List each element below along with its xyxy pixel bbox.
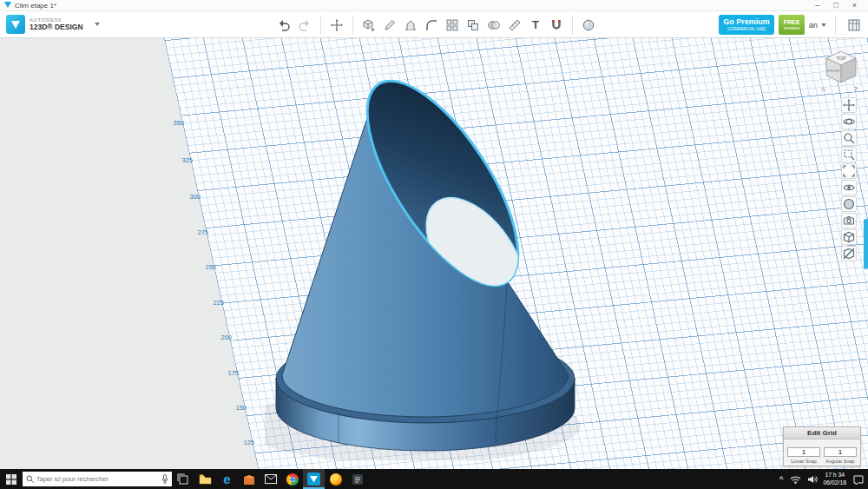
pan-icon[interactable] [841, 97, 857, 113]
text-tool-icon[interactable]: T [526, 16, 545, 35]
linear-snap-label: Linear Snap [787, 459, 820, 464]
shading-icon[interactable] [841, 196, 857, 212]
combine-icon[interactable] [484, 16, 503, 35]
pattern-icon[interactable] [443, 16, 462, 35]
grouping-icon[interactable] [464, 16, 483, 35]
taskbar-apps: e [194, 469, 368, 489]
edge-icon[interactable]: e [216, 469, 238, 489]
section-icon[interactable] [841, 246, 857, 261]
account-name: an [809, 21, 818, 30]
minimize-icon[interactable]: – [815, 2, 819, 10]
grid-axis-label: 350 [165, 119, 184, 127]
toolbar-separator [320, 16, 321, 35]
grid-axis-label: 300 [181, 193, 201, 201]
app-menu-button[interactable]: AUTODESK 123D® DESIGN [6, 15, 100, 34]
clock-time: 17 h 34 [824, 472, 846, 479]
modify-icon[interactable] [422, 16, 441, 35]
network-icon[interactable] [790, 475, 801, 484]
app-logo-small-icon [4, 2, 11, 9]
scrollbar-thumb[interactable] [864, 219, 868, 269]
undo-icon[interactable] [274, 16, 293, 35]
task-view-icon[interactable] [172, 469, 193, 489]
primitives-icon[interactable] [359, 16, 378, 35]
redo-icon[interactable] [295, 16, 314, 35]
viewport-3d[interactable]: 350 325 300 275 250 225 200 175 150 125 [0, 38, 868, 469]
toolbar-tools: T [274, 11, 598, 38]
taskbar: e ^ 17 h 34 06/02/18 [0, 469, 868, 489]
angular-snap-cell: Angular Snap [824, 442, 857, 464]
start-button[interactable] [0, 469, 23, 489]
linear-snap-input[interactable] [787, 447, 820, 457]
grid-axis-label: 150 [227, 404, 247, 412]
search-icon [26, 475, 34, 483]
help-icon[interactable]: ? [854, 86, 858, 93]
volume-icon[interactable] [807, 475, 818, 484]
app-icon-box[interactable] [238, 469, 260, 489]
fit-view-icon[interactable] [841, 163, 857, 179]
grid-axis-label: 250 [197, 263, 216, 271]
window-controls: – □ × [815, 2, 864, 10]
material-icon[interactable] [579, 16, 598, 35]
maximize-icon[interactable]: □ [833, 2, 838, 10]
viewcube-front-label[interactable]: FRONT [827, 69, 840, 73]
transform-icon[interactable] [327, 16, 346, 35]
grid-axis-label: 175 [220, 369, 239, 377]
sketch-icon[interactable] [380, 16, 399, 35]
model-3d-cone[interactable] [265, 69, 586, 460]
system-tray: ^ 17 h 34 06/02/18 [779, 472, 868, 486]
clock-date: 06/02/18 [824, 479, 846, 486]
construct-icon[interactable] [401, 16, 420, 35]
toolbar-separator [835, 16, 836, 35]
grid-axis-label: 325 [174, 156, 193, 164]
premium-sub-label: (COMMERCIAL USE) [727, 28, 766, 32]
main-toolbar: AUTODESK 123D® DESIGN [0, 11, 868, 38]
app-123d-icon[interactable] [303, 469, 325, 489]
brand-text: AUTODESK 123D® DESIGN [30, 17, 83, 30]
taskbar-search[interactable] [23, 472, 172, 486]
linear-snap-cell: Linear Snap [787, 442, 820, 464]
app-icon-misc[interactable] [346, 469, 368, 489]
edit-grid-body: Linear Snap Angular Snap [784, 439, 860, 466]
brand-product: 123D® DESIGN [30, 23, 83, 31]
viewcube-top-label[interactable]: TOP [836, 56, 846, 61]
window-title: Clim etape 1* [15, 2, 56, 10]
home-icon[interactable]: ⌂ [821, 86, 825, 93]
chevron-down-icon [821, 23, 826, 27]
chevron-down-icon [95, 23, 100, 26]
snapshot-icon[interactable] [841, 213, 857, 228]
action-center-icon[interactable] [852, 474, 864, 485]
measure-icon[interactable] [505, 16, 524, 35]
view-toolbar [841, 97, 857, 261]
chrome-icon[interactable] [281, 469, 303, 489]
toolbar-separator [352, 16, 353, 35]
visibility-icon[interactable] [841, 180, 857, 195]
go-premium-button[interactable]: Go Premium (COMMERCIAL USE) [719, 15, 774, 35]
zoom-window-icon[interactable] [841, 147, 857, 162]
taskbar-clock[interactable]: 17 h 34 06/02/18 [824, 472, 846, 486]
toolbar-separator [572, 16, 573, 35]
zoom-icon[interactable] [841, 130, 857, 146]
orbit-icon[interactable] [841, 114, 857, 129]
firefox-icon[interactable] [325, 469, 346, 489]
viewcube-nav: ⌂ ? [821, 86, 858, 93]
grid-axis-label: 275 [189, 228, 208, 236]
view-cube[interactable]: TOP FRONT [821, 45, 861, 85]
premium-label: Go Premium [723, 18, 770, 26]
edit-grid-title[interactable]: Edit Grid [784, 427, 860, 439]
angular-snap-label: Angular Snap [824, 459, 857, 464]
search-input[interactable] [36, 475, 159, 483]
app-window: Clim etape 1* – □ × AUTODESK 123D® DESIG… [0, 0, 868, 489]
toolbar-right-cluster: Go Premium (COMMERCIAL USE) FREE MEMBER … [719, 11, 864, 38]
tray-expand-icon[interactable]: ^ [779, 475, 784, 483]
microphone-icon[interactable] [161, 474, 168, 484]
account-menu[interactable]: an [809, 21, 826, 30]
mail-icon[interactable] [260, 469, 281, 489]
snap-icon[interactable] [547, 16, 566, 35]
library-icon[interactable] [845, 16, 864, 35]
file-explorer-icon[interactable] [194, 469, 216, 489]
angular-snap-input[interactable] [824, 447, 857, 457]
grid-axis-label: 200 [213, 334, 232, 341]
material-sphere-icon[interactable] [841, 229, 857, 245]
grid-axis-label: 225 [205, 299, 224, 307]
close-icon[interactable]: × [852, 2, 857, 10]
